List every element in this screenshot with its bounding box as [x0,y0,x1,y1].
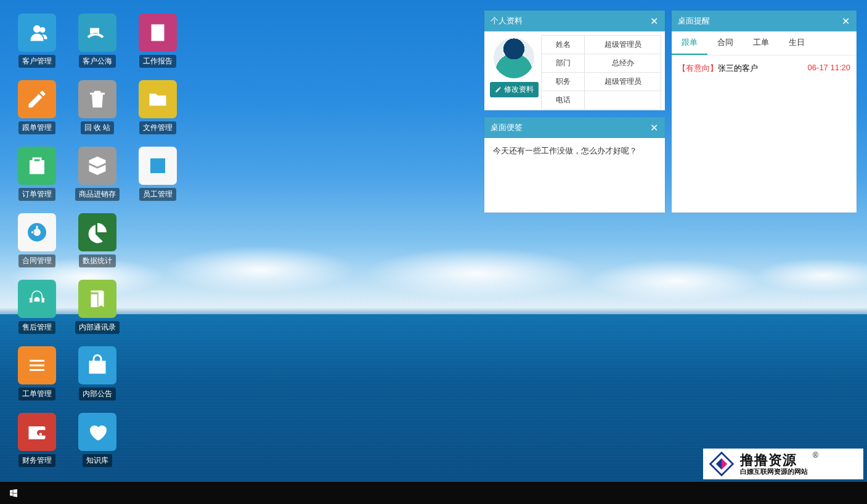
agent-icon [18,280,56,318]
desktop-icon-customer-mgmt[interactable]: 客户管理 [15,14,59,68]
desktop-icon-inventory[interactable]: 商品进销存 [75,147,120,201]
start-button[interactable] [5,484,22,502]
reminder-tab-3[interactable]: 生日 [779,31,815,55]
edit-profile-button[interactable]: 修改资料 [490,82,539,97]
watermark-reg: ® [813,451,818,460]
desktop-icon-label: 售后管理 [18,321,55,334]
watermark-logo-icon [708,450,735,478]
notes-title: 桌面便签 [490,122,523,133]
desktop-icon-stats[interactable]: 数据统计 [75,213,120,267]
desktop-icon-staff-mgmt[interactable]: 员工管理 [136,147,180,201]
folder-icon [139,80,177,118]
reminder-text: 张三的客户 [718,63,758,73]
avatar [494,38,534,78]
profile-table: 姓名超级管理员 部门总经办 职务超级管理员 电话 [541,35,661,110]
watermark: 撸撸资源 白嫖互联网资源的网站 ® [703,449,863,479]
desktop-icon-contacts[interactable]: 内部通讯录 [75,280,120,334]
reminder-list: 【有意向】张三的客户06-17 11:20 [672,55,857,81]
windows-icon [9,488,18,498]
desktop-icon-label: 财务管理 [18,454,55,467]
desktop-icon-customer-pool[interactable]: 客户公海 [75,14,120,68]
close-icon[interactable]: ✕ [649,15,659,27]
note-icon [139,14,177,52]
desktop-icon-label: 订单管理 [18,188,55,201]
notes-header[interactable]: 桌面便签 ✕ [484,117,665,138]
desktop-icon-announcement[interactable]: 内部公告 [75,346,120,400]
desktop-icon-label: 工作报告 [139,55,176,68]
edit-profile-label: 修改资料 [504,84,534,95]
close-icon[interactable]: ✕ [841,15,850,27]
desktop-icon-label: 商品进销存 [75,188,120,201]
desktop-icon-recycle-bin[interactable]: 回 收 站 [75,80,120,134]
notes-body[interactable]: 今天还有一些工作没做，怎么办才好呢？ [484,138,665,213]
desktop-icon-work-report[interactable]: 工作报告 [136,14,180,68]
desktop-icon-label: 回 收 站 [81,121,115,134]
users-icon [18,14,56,52]
reminder-item[interactable]: 【有意向】张三的客户06-17 11:20 [678,60,850,76]
box-icon [78,147,116,185]
list-icon [18,346,56,384]
profile-title: 个人资料 [490,15,523,26]
reminder-time: 06-17 11:20 [808,63,850,74]
book-icon [78,280,116,318]
watermark-title: 撸撸资源 [740,453,808,468]
desktop-icon-order-mgmt[interactable]: 订单管理 [15,147,59,201]
reminders-panel: 桌面提醒 ✕ 跟单合同工单生日 【有意向】张三的客户06-17 11:20 [672,10,857,213]
reminders-header[interactable]: 桌面提醒 ✕ [672,10,857,31]
wallet-icon [18,413,56,451]
desktop-icon-file-mgmt[interactable]: 文件管理 [136,80,180,134]
pie-icon [78,213,116,251]
desktop-icon-followup-mgmt[interactable]: 跟单管理 [15,80,59,134]
taskbar [0,482,867,504]
heart-icon [78,413,116,451]
reminders-title: 桌面提醒 [678,15,710,26]
serve-icon [78,14,116,52]
desktop-icon-label: 数据统计 [79,254,116,267]
desktop-icon-contract-mgmt[interactable]: 合同管理 [15,213,59,267]
reminder-tag: 【有意向】 [678,63,718,73]
reminder-tab-0[interactable]: 跟单 [672,31,707,55]
desktop-icon-finance[interactable]: 财务管理 [15,413,59,467]
notes-panel: 桌面便签 ✕ 今天还有一些工作没做，怎么办才好呢？ [484,117,665,213]
disk-icon [18,213,56,251]
desktop-icon-label: 文件管理 [139,121,176,134]
clipboard-icon [18,147,56,185]
reminder-tab-2[interactable]: 工单 [743,31,779,55]
reminder-tabs: 跟单合同工单生日 [672,31,857,55]
profile-header[interactable]: 个人资料 ✕ [484,10,665,31]
desktop-icon-label: 客户公海 [79,55,116,68]
idcard-icon [139,147,177,185]
desktop-icon-label: 工单管理 [18,388,55,400]
trash-icon [78,80,116,118]
desktop-icon-label: 内部公告 [79,388,116,400]
edit-icon [18,80,56,118]
desktop-icon-label: 客户管理 [18,55,55,68]
desktop-icon-label: 跟单管理 [18,121,55,134]
close-icon[interactable]: ✕ [649,122,659,134]
desktop-icon-aftersales[interactable]: 售后管理 [15,280,59,334]
bag-icon [78,346,116,384]
desktop-icon-label: 知识库 [83,454,112,467]
desktop-icon-knowledge[interactable]: 知识库 [75,413,120,467]
desktop-icon-label: 内部通讯录 [75,321,120,334]
desktop-icon-ticket-mgmt[interactable]: 工单管理 [15,346,59,400]
desktop-icon-label: 员工管理 [139,188,176,201]
watermark-sub: 白嫖互联网资源的网站 [740,468,808,475]
profile-panel: 个人资料 ✕ 修改资料 姓名超级管理员 部门总经办 职务超级管理员 电话 [484,10,665,110]
reminder-tab-1[interactable]: 合同 [707,31,743,55]
desktop-icon-label: 合同管理 [18,254,55,267]
